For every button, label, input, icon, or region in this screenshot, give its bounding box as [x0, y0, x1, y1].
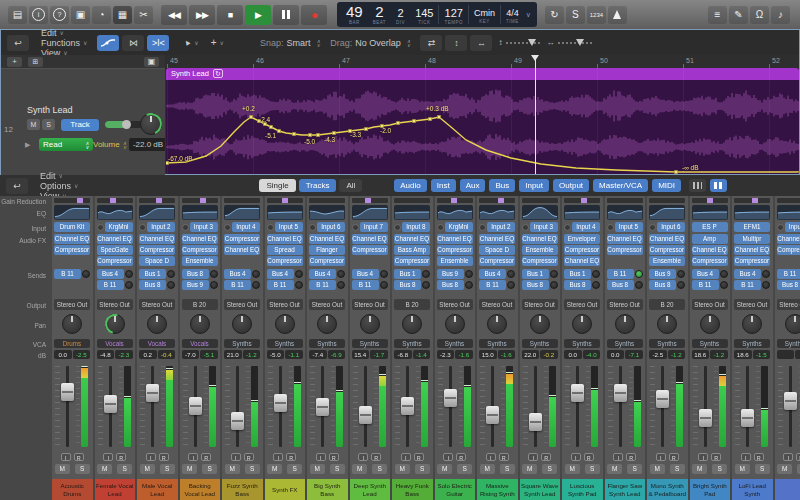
input-monitoring-button[interactable]: I [316, 453, 326, 461]
send-knob[interactable] [635, 281, 643, 289]
send-slot[interactable]: Bus 9 [182, 280, 209, 290]
fader-value[interactable]: 18.6 [734, 350, 752, 359]
solo-button[interactable]: S [542, 464, 557, 474]
peak-value[interactable]: -7.1 [625, 350, 643, 359]
editors-icon[interactable]: ✂ [134, 6, 153, 24]
input-monitoring-button[interactable]: I [273, 453, 283, 461]
fx-slot[interactable]: Space D [139, 256, 175, 266]
fader-value[interactable]: 21.0 [224, 350, 242, 359]
filter-bus[interactable]: Bus [489, 179, 515, 192]
eq-thumbnail[interactable] [564, 205, 600, 220]
send-slot[interactable]: Bus 4 [267, 269, 294, 279]
input-slot[interactable]: Input 6 [317, 222, 345, 232]
back-arrow-icon[interactable]: ↩ [6, 178, 28, 194]
input-monitoring-button[interactable]: I [401, 453, 411, 461]
mute-button[interactable]: M [395, 464, 410, 474]
fader-value[interactable]: 0.0 [607, 350, 625, 359]
channel-name[interactable]: Solo Electric Guitar [435, 479, 476, 500]
vca-slot[interactable]: Synths [479, 339, 515, 348]
add-track-button[interactable]: + [7, 57, 22, 67]
pan-knob[interactable] [785, 314, 800, 334]
input-slot[interactable]: KrgMnl [445, 222, 473, 232]
channel-name[interactable]: Male Vocal Lead [137, 479, 178, 500]
filter-audio[interactable]: Audio [394, 179, 426, 192]
fx-slot[interactable]: Ensemble [522, 245, 558, 255]
vca-slot[interactable]: Synths [224, 339, 260, 348]
note-pads-icon[interactable]: ✎ [729, 6, 748, 24]
record-enable-button[interactable]: R [201, 453, 211, 461]
vca-slot[interactable]: Synths [522, 339, 558, 348]
mute-button[interactable]: M [140, 464, 155, 474]
fx-slot[interactable]: Ensemble [437, 256, 473, 266]
vca-slot[interactable]: Vocals [182, 339, 218, 348]
send-slot[interactable]: Bus 4 [479, 269, 506, 279]
fader-handle[interactable] [61, 383, 74, 401]
fx-slot[interactable]: Amp [692, 234, 728, 244]
track-header-config-icon[interactable]: ▣ [144, 57, 159, 67]
eq-thumbnail[interactable] [734, 205, 770, 220]
view-mode-single[interactable]: Single [259, 179, 295, 192]
peak-value[interactable]: -6.9 [328, 350, 346, 359]
channel-name[interactable]: Massive Rising Synth [477, 479, 518, 500]
input-slot[interactable]: Input 2 [147, 222, 175, 232]
eq-thumbnail[interactable] [522, 205, 558, 220]
metronome-icon[interactable] [608, 6, 627, 24]
channel-name[interactable]: Square Wave Synth Lead [520, 479, 561, 500]
vca-slot[interactable]: Drums [54, 339, 90, 348]
vca-slot[interactable]: Synths [267, 339, 303, 348]
peak-value[interactable]: -1.2 [243, 350, 261, 359]
solo-button[interactable]: S [712, 464, 727, 474]
peak-value[interactable]: -1.4 [413, 350, 431, 359]
send-knob[interactable] [550, 281, 558, 289]
filter-master-vca[interactable]: Master/VCA [593, 179, 648, 192]
send-knob[interactable] [720, 281, 728, 289]
send-slot[interactable]: Bus 8 [607, 280, 634, 290]
send-slot[interactable]: Bus 9 [437, 269, 464, 279]
input-monitoring-button[interactable]: I [443, 453, 453, 461]
lcd-key[interactable]: CminKEY [469, 2, 500, 27]
channel-name[interactable]: Deep Synth Lead [350, 479, 391, 500]
fx-slot[interactable]: Channel EQ [267, 234, 303, 244]
pan-knob[interactable] [62, 314, 82, 334]
output-slot[interactable]: Stereo Out [522, 299, 558, 310]
fader-value[interactable]: 0.0 [54, 350, 72, 359]
input-monitor-icon[interactable] [139, 224, 146, 231]
peak-value[interactable]: -1.5 [753, 350, 771, 359]
input-monitor-icon[interactable] [352, 224, 359, 231]
channel-name[interactable]: Acoustic Drums [52, 479, 93, 500]
track-pan-knob[interactable] [140, 113, 162, 135]
toolbar-icon[interactable]: ▣ [71, 6, 90, 24]
channel-name[interactable]: Luscious Synth Pad [562, 479, 603, 500]
send-knob[interactable] [337, 281, 345, 289]
input-monitor-icon[interactable] [777, 224, 784, 231]
horizontal-zoom-slider[interactable] [558, 42, 594, 44]
fader-value[interactable]: 0.0 [564, 350, 582, 359]
mute-button[interactable]: M [352, 464, 367, 474]
fader-value[interactable]: 22.0 [522, 350, 540, 359]
cycle-icon[interactable]: ↻ [545, 6, 564, 24]
fx-slot[interactable]: Ensemble [649, 256, 685, 266]
vca-slot[interactable]: Synths [437, 339, 473, 348]
fx-slot[interactable]: Multipr [734, 234, 770, 244]
send-knob[interactable] [252, 270, 260, 278]
vertical-zoom-slider[interactable] [506, 42, 542, 44]
fx-slot[interactable]: Flanger [309, 245, 345, 255]
send-slot[interactable]: Bus 4 [692, 269, 719, 279]
solo-button[interactable]: S [160, 464, 175, 474]
browsers-icon[interactable]: ♪ [771, 6, 790, 24]
output-slot[interactable]: Stereo Out [139, 299, 175, 310]
vca-slot[interactable]: Synths [692, 339, 728, 348]
solo-button[interactable]: S [75, 464, 90, 474]
output-slot[interactable]: Stereo Out [692, 299, 728, 310]
pan-knob[interactable] [487, 314, 507, 334]
input-slot[interactable]: Input 4 [572, 222, 600, 232]
lcd-tempo[interactable]: 127TEMPO [439, 2, 468, 27]
peak-value[interactable]: -1.2 [668, 350, 686, 359]
output-slot[interactable]: B 20 [394, 299, 430, 310]
fader-handle[interactable] [401, 397, 414, 415]
fx-slot[interactable]: Channel EQ [97, 234, 133, 244]
send-knob[interactable] [295, 270, 303, 278]
input-monitor-icon[interactable] [564, 224, 571, 231]
pan-knob[interactable] [445, 314, 465, 334]
send-knob[interactable] [677, 270, 685, 278]
